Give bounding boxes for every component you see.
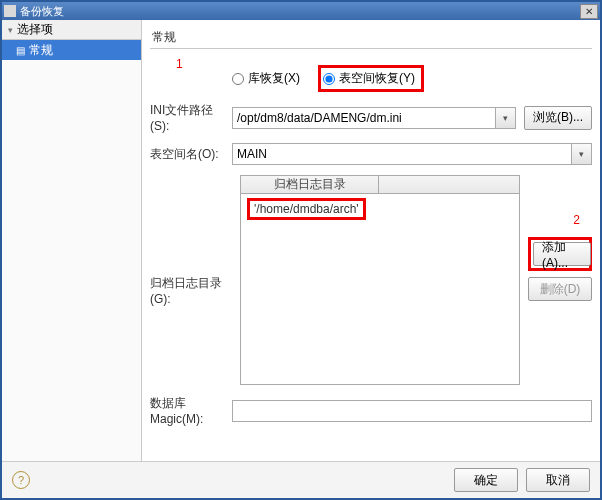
- tablespace-label: 表空间名(O):: [150, 146, 232, 163]
- sidebar-item-general[interactable]: 常规: [2, 40, 141, 60]
- footer: ? 确定 取消: [2, 462, 600, 498]
- tablespace-combo[interactable]: MAIN: [232, 143, 592, 165]
- tab-general-label: 常规: [152, 29, 176, 46]
- window-title: 备份恢复: [20, 4, 580, 19]
- arch-listbox[interactable]: 归档日志目录 '/home/dmdba/arch': [240, 175, 520, 385]
- content-pane: 常规 1 库恢复(X) 表空间恢复(Y): [142, 20, 600, 461]
- radio-db-restore[interactable]: 库恢复(X): [232, 70, 300, 87]
- sidebar-heading[interactable]: 选择项: [2, 20, 141, 40]
- radio-db-restore-input[interactable]: [232, 73, 244, 85]
- tab-header: 常规: [150, 24, 592, 46]
- arch-list-row[interactable]: '/home/dmdba/arch': [247, 198, 366, 220]
- arch-list-header: 归档日志目录: [241, 176, 519, 194]
- dialog-body: 选择项 常规 常规 1 库恢复(X) 表空间恢复(Y): [2, 20, 600, 462]
- tablespace-value: MAIN: [237, 147, 267, 161]
- close-icon[interactable]: ✕: [580, 4, 598, 19]
- titlebar: 备份恢复 ✕: [2, 2, 600, 20]
- arch-buttons: 2 添加(A)... 删除(D): [528, 237, 592, 301]
- arch-row: 归档日志目录(G): 归档日志目录 '/home/dmdba/arch' 2: [150, 175, 592, 385]
- highlight-add-button: 添加(A)...: [528, 237, 592, 271]
- dialog-window: 备份恢复 ✕ 选择项 常规 常规 1 库恢复(X): [0, 0, 602, 500]
- cancel-button[interactable]: 取消: [526, 468, 590, 492]
- highlight-ts-restore: 表空间恢复(Y): [318, 65, 424, 92]
- chevron-down-icon[interactable]: [571, 144, 591, 164]
- ini-path-combo[interactable]: /opt/dm8/data/DAMENG/dm.ini: [232, 107, 516, 129]
- arch-label: 归档日志目录(G):: [150, 175, 232, 306]
- sidebar: 选择项 常规: [2, 20, 142, 461]
- ini-label: INI文件路径(S):: [150, 102, 232, 133]
- app-icon: [4, 5, 16, 17]
- magic-input[interactable]: [232, 400, 592, 422]
- browse-button[interactable]: 浏览(B)...: [524, 106, 592, 130]
- magic-label: 数据库Magic(M):: [150, 395, 232, 426]
- restore-type-row: 库恢复(X) 表空间恢复(Y): [150, 65, 592, 92]
- annotation-2: 2: [573, 213, 580, 227]
- delete-button[interactable]: 删除(D): [528, 277, 592, 301]
- help-icon[interactable]: ?: [12, 471, 30, 489]
- magic-row: 数据库Magic(M):: [150, 395, 592, 426]
- ini-row: INI文件路径(S): /opt/dm8/data/DAMENG/dm.ini …: [150, 102, 592, 133]
- radio-ts-restore[interactable]: 表空间恢复(Y): [323, 70, 415, 87]
- restore-type-radios: 库恢复(X) 表空间恢复(Y): [232, 65, 424, 92]
- arch-column-header: 归档日志目录: [241, 176, 379, 193]
- divider: [150, 48, 592, 49]
- ok-button[interactable]: 确定: [454, 468, 518, 492]
- highlight-arch-path: '/home/dmdba/arch': [247, 198, 366, 220]
- add-button[interactable]: 添加(A)...: [533, 242, 591, 266]
- chevron-down-icon[interactable]: [495, 108, 515, 128]
- ini-path-value: /opt/dm8/data/DAMENG/dm.ini: [237, 111, 402, 125]
- radio-ts-restore-input[interactable]: [323, 73, 335, 85]
- tablespace-row: 表空间名(O): MAIN: [150, 143, 592, 165]
